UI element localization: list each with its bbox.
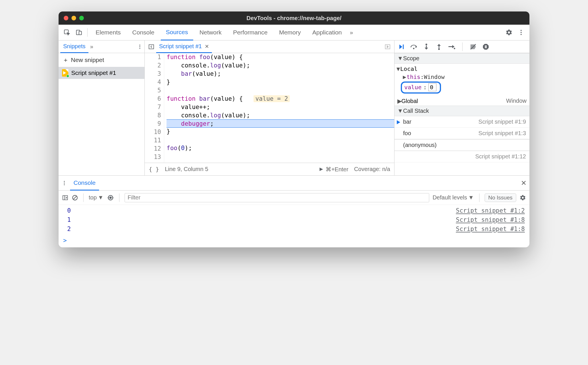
step-into-icon[interactable]	[423, 43, 430, 51]
editor-run-nav-icon[interactable]	[383, 42, 392, 52]
coverage-status: Coverage: n/a	[354, 166, 390, 172]
callstack-frame[interactable]: barScript snippet #1:9	[394, 116, 529, 128]
code-line[interactable]: }	[167, 127, 394, 136]
editor-nav-icon[interactable]	[146, 42, 156, 52]
snippet-file-icon	[62, 69, 68, 77]
scope-value-key[interactable]: value	[404, 84, 421, 91]
callstack-frame[interactable]: fooScript snippet #1:3	[394, 128, 529, 139]
pretty-print-icon[interactable]: { }	[149, 166, 159, 173]
more-tabs-icon[interactable]: »	[350, 29, 353, 36]
snippet-item-label: Script snippet #1	[71, 69, 116, 76]
debugger-pane: ▼ Scope ▼Local ▶this: Window value: ▶Glo…	[394, 40, 529, 175]
device-toggle-icon[interactable]	[74, 27, 84, 38]
clear-console-icon[interactable]	[72, 195, 78, 201]
callstack-frame[interactable]: (anonymous)	[394, 139, 529, 151]
tab-console[interactable]: Console	[127, 25, 160, 40]
kebab-menu-icon[interactable]	[516, 27, 527, 38]
sidebar-kebab-icon[interactable]	[137, 44, 143, 50]
inspect-element-icon[interactable]	[61, 27, 72, 38]
svg-rect-17	[448, 46, 452, 47]
settings-icon[interactable]	[504, 27, 514, 38]
scope-local-label[interactable]: Local	[400, 65, 417, 72]
console-drawer: Console ✕ top ▼ Default levels ▼	[59, 175, 529, 247]
code-line[interactable]: console.log(value);	[167, 61, 394, 70]
code-line[interactable]	[167, 136, 394, 144]
editor-tab[interactable]: Script snippet #1 ✕	[156, 40, 212, 53]
code-editor[interactable]: 12345678910111213 function foo(value) { …	[145, 53, 394, 163]
code-line[interactable]: foo(0);	[167, 144, 394, 152]
maximize-window-button[interactable]	[79, 16, 84, 20]
tab-memory[interactable]: Memory	[274, 25, 306, 40]
tab-sources[interactable]: Sources	[161, 25, 193, 40]
code-line[interactable]: function foo(value) {	[167, 53, 394, 61]
code-line[interactable]	[167, 152, 394, 161]
code-line[interactable]: bar(value);	[167, 70, 394, 78]
issues-button[interactable]: No Issues	[485, 193, 516, 202]
scope-this-key[interactable]: this	[407, 73, 420, 80]
sidebar-tab-snippets[interactable]: Snippets	[60, 40, 88, 53]
tab-network[interactable]: Network	[194, 25, 227, 40]
console-log-source-link[interactable]: Script snippet #1:2	[456, 207, 525, 214]
svg-point-13	[425, 44, 427, 45]
new-snippet-label: New snippet	[71, 57, 104, 63]
code-line[interactable]: value++;	[167, 103, 394, 111]
step-out-icon[interactable]	[435, 43, 443, 51]
console-log-row: 1Script snippet #1:8	[63, 215, 525, 224]
console-prompt[interactable]: >	[59, 236, 529, 247]
svg-marker-20	[483, 44, 489, 50]
scope-title: Scope	[403, 55, 419, 62]
window-controls	[64, 16, 84, 20]
console-log-source-link[interactable]: Script snippet #1:8	[456, 226, 525, 232]
code-line[interactable]: console.log(value);	[167, 111, 394, 120]
disclosure-triangle-icon: ▼	[397, 55, 401, 62]
code-line[interactable]: debugger;	[167, 119, 394, 128]
close-tab-icon[interactable]: ✕	[205, 43, 209, 50]
minimize-window-button[interactable]	[71, 16, 76, 20]
drawer-tab-console[interactable]: Console	[70, 176, 99, 191]
debugger-toolbar	[394, 40, 529, 53]
step-icon[interactable]	[448, 43, 455, 51]
log-levels-selector[interactable]: Default levels ▼	[433, 194, 474, 201]
run-snippet-button[interactable]: ⌘+Enter	[319, 166, 348, 173]
svg-point-8	[139, 48, 140, 49]
svg-rect-22	[486, 45, 487, 48]
window-title: DevTools - chrome://new-tab-page/	[247, 15, 342, 22]
pause-exceptions-icon[interactable]	[482, 43, 490, 51]
scope-value-input[interactable]	[428, 83, 436, 91]
console-sidebar-toggle-icon[interactable]	[62, 195, 68, 201]
drawer-kebab-icon[interactable]	[61, 180, 67, 186]
live-expression-icon[interactable]	[107, 194, 114, 201]
disclosure-triangle-icon: ▼	[397, 108, 401, 114]
close-window-button[interactable]	[64, 16, 68, 20]
plus-icon: ＋	[63, 56, 69, 64]
new-snippet-button[interactable]: ＋ New snippet	[59, 53, 144, 67]
callstack-title: Call Stack	[403, 108, 429, 114]
code-line[interactable]: }	[167, 78, 394, 86]
chevron-down-icon: ▼	[468, 194, 474, 201]
scope-section-header[interactable]: ▼ Scope	[394, 53, 529, 64]
code-line[interactable]: function bar(value) { value = 2	[167, 95, 394, 103]
console-log-value: 1	[67, 216, 71, 223]
drawer-close-icon[interactable]: ✕	[521, 179, 527, 187]
step-over-icon[interactable]	[410, 43, 417, 51]
svg-point-16	[438, 48, 440, 50]
scope-this-value: Window	[424, 73, 444, 80]
sidebar-more-tabs-icon[interactable]: »	[90, 43, 93, 50]
deactivate-breakpoints-icon[interactable]	[469, 43, 477, 51]
tab-application[interactable]: Application	[307, 25, 347, 40]
tab-performance[interactable]: Performance	[228, 25, 273, 40]
callstack-section-header[interactable]: ▼ Call Stack	[394, 106, 529, 116]
editor-statusbar: { } Line 9, Column 5 ⌘+Enter Coverage: n…	[145, 163, 394, 175]
code-line[interactable]	[167, 86, 394, 95]
svg-point-25	[64, 184, 65, 185]
snippet-list-item[interactable]: Script snippet #1	[59, 67, 144, 79]
console-log-source-link[interactable]: Script snippet #1:8	[456, 216, 525, 223]
tab-elements[interactable]: Elements	[90, 25, 126, 40]
callstack-frame-location[interactable]: Script snippet #1:12	[394, 151, 529, 162]
chevron-down-icon: ▼	[98, 194, 104, 201]
console-settings-icon[interactable]	[520, 195, 526, 201]
console-filter-input[interactable]	[125, 193, 429, 202]
context-selector[interactable]: top ▼	[89, 194, 104, 201]
resume-icon[interactable]	[397, 43, 405, 51]
scope-global-row[interactable]: ▶Global Window	[394, 96, 529, 106]
